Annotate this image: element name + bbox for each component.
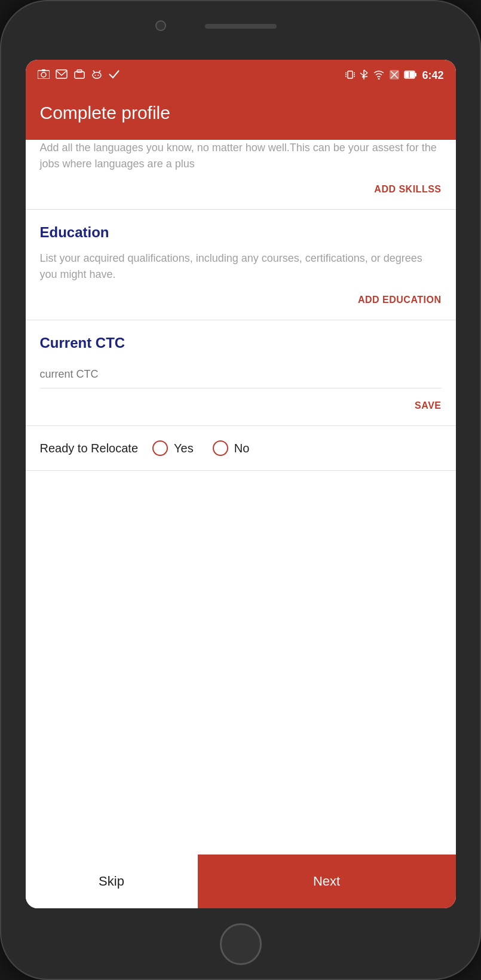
status-time: 6:42: [422, 69, 443, 82]
phone-screen: 6:42 Complete profile Add all the langua…: [26, 60, 456, 908]
relocate-yes-radio[interactable]: [152, 440, 168, 456]
education-title: Education: [40, 224, 442, 241]
relocate-no-radio-inner: [217, 445, 224, 452]
svg-line-22: [362, 76, 367, 77]
svg-point-6: [93, 72, 101, 78]
vibrate-icon: [345, 69, 355, 82]
photo-icon: [38, 69, 50, 81]
relocate-no-label: No: [234, 442, 250, 455]
svg-rect-11: [348, 71, 353, 78]
status-icons-left: [38, 69, 120, 82]
save-button[interactable]: SAVE: [415, 400, 441, 411]
relocate-no-radio[interactable]: [213, 440, 228, 456]
next-button[interactable]: Next: [198, 855, 456, 908]
svg-rect-5: [77, 70, 82, 72]
relocate-no-option[interactable]: No: [213, 440, 250, 456]
svg-point-10: [97, 75, 99, 76]
skills-section: Add all the languages you know, no matte…: [26, 140, 456, 210]
svg-rect-28: [415, 73, 416, 76]
phone-frame: 6:42 Complete profile Add all the langua…: [0, 0, 481, 980]
gmail-icon: [56, 69, 68, 81]
svg-rect-2: [42, 69, 45, 71]
phone-camera: [155, 20, 166, 31]
home-button[interactable]: [220, 923, 262, 965]
relocate-radio-group: Yes No: [152, 440, 249, 456]
signal-icon: [390, 70, 399, 81]
svg-rect-3: [56, 70, 67, 78]
ctc-title: Current CTC: [40, 335, 442, 351]
content-area: Add all the languages you know, no matte…: [26, 140, 456, 855]
battery-icon: [404, 70, 417, 81]
app-header: Complete profile: [26, 91, 456, 140]
phone-speaker: [205, 24, 277, 29]
skip-button[interactable]: Skip: [26, 855, 198, 908]
skills-description: Add all the languages you know, no matte…: [40, 140, 442, 172]
status-bar: 6:42: [26, 60, 456, 91]
ctc-input[interactable]: [40, 361, 442, 388]
education-description: List your acquired qualifications, inclu…: [40, 250, 442, 283]
svg-point-1: [41, 72, 46, 77]
jobtoday-icon: [73, 69, 85, 81]
skills-action-area: ADD SKILLSS: [40, 184, 442, 195]
relocate-yes-radio-inner: [157, 445, 164, 452]
education-section: Education List your acquired qualificati…: [26, 210, 456, 320]
relocate-yes-option[interactable]: Yes: [152, 440, 194, 456]
bottom-bar: Skip Next: [26, 855, 456, 908]
wifi-icon: [373, 70, 385, 81]
status-icons-right: 6:42: [345, 69, 443, 82]
svg-point-23: [378, 78, 380, 79]
page-title: Complete profile: [40, 103, 442, 123]
ctc-section: Current CTC SAVE: [26, 320, 456, 426]
relocate-yes-label: Yes: [174, 442, 194, 455]
bluetooth-icon: [360, 69, 368, 82]
education-action-area: ADD EDUCATION: [40, 295, 442, 305]
relocate-label: Ready to Relocate: [40, 442, 139, 455]
android-icon: [91, 69, 102, 82]
svg-rect-0: [38, 71, 50, 79]
phone-bottom: [220, 908, 262, 980]
svg-line-18: [364, 70, 367, 73]
svg-point-9: [94, 75, 96, 76]
svg-line-21: [360, 73, 364, 76]
phone-notch: [0, 0, 481, 60]
ctc-action-area: SAVE: [40, 400, 442, 411]
add-skills-button[interactable]: ADD SKILLSS: [374, 184, 441, 195]
check-icon: [108, 69, 120, 81]
add-education-button[interactable]: ADD EDUCATION: [358, 295, 442, 305]
relocate-section: Ready to Relocate Yes No: [26, 426, 456, 471]
